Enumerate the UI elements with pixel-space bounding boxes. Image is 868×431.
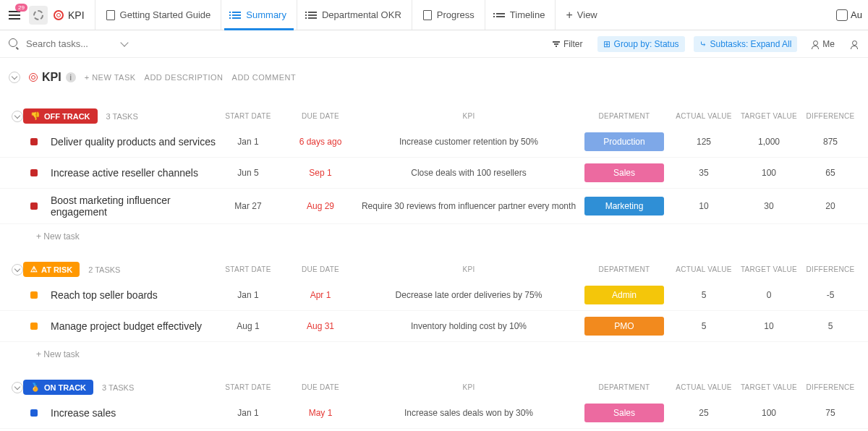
task-name[interactable]: Boost marketing influencer engagement (51, 195, 216, 218)
task-name[interactable]: Deliver quality products and services (51, 136, 216, 148)
task-name[interactable]: Manage project budget effectively (51, 320, 216, 332)
group-collapse-button[interactable] (12, 264, 23, 276)
search-input[interactable] (20, 35, 122, 52)
cell-due-date[interactable]: Aug 29 (281, 201, 360, 211)
cell-due-date[interactable]: Sep 1 (281, 168, 360, 178)
group-collapse-button[interactable] (12, 111, 23, 122)
status-badge[interactable]: 👎 OFF TRACK (23, 108, 98, 124)
new-task-row[interactable]: + New task (0, 342, 868, 364)
column-headers: START DATE DUE DATE KPI DEPARTMENT ACTUA… (216, 383, 859, 391)
tab-summary[interactable]: Summary (221, 0, 297, 30)
cell-kpi[interactable]: Increase sales deals won by 30% (360, 408, 577, 418)
cell-actual[interactable]: 25 (671, 408, 736, 418)
task-cells: Jun 5 Sep 1 Close deals with 100 reselle… (216, 163, 859, 182)
info-icon[interactable]: i (66, 72, 76, 82)
cell-target[interactable]: 0 (736, 290, 801, 300)
subtasks-button[interactable]: ⤷ Subtasks: Expand All (694, 36, 798, 52)
task-row[interactable]: Increase sales Jan 1 May 1 Increase sale… (0, 398, 868, 429)
cell-department[interactable]: Production (577, 132, 671, 151)
department-chip[interactable]: Marketing (584, 197, 664, 216)
status-badge[interactable]: ⚠ AT RISK (23, 262, 80, 277)
cell-actual[interactable]: 5 (671, 290, 736, 300)
new-task-button[interactable]: + NEW TASK (85, 73, 136, 82)
task-row[interactable]: Reach top seller boards Jan 1 Apr 1 Decr… (0, 280, 868, 311)
filter-button[interactable]: Filter (547, 36, 589, 52)
task-row[interactable]: Increase active reseller channels Jun 5 … (0, 158, 868, 189)
me-filter[interactable]: Me (806, 36, 841, 52)
cell-target[interactable]: 30 (736, 201, 801, 211)
cell-department[interactable]: Sales (577, 163, 671, 182)
space-title[interactable]: KPI (54, 9, 85, 21)
add-description-button[interactable]: ADD DESCRIPTION (145, 73, 224, 82)
cell-start-date[interactable]: Jan 1 (216, 137, 281, 147)
task-count: 3 TASKS (106, 112, 138, 121)
cell-department[interactable]: Admin (577, 286, 671, 304)
task-row[interactable]: Manage project budget effectively Aug 1 … (0, 311, 868, 342)
cell-target[interactable]: 10 (736, 321, 801, 331)
status-square[interactable] (30, 202, 38, 210)
cell-target[interactable]: 1,000 (736, 137, 801, 147)
tab-departmental-okr[interactable]: Departmental OKR (297, 0, 412, 30)
group-collapse-button[interactable] (12, 382, 23, 393)
cell-diff[interactable]: 20 (801, 201, 859, 211)
cell-start-date[interactable]: Jan 1 (216, 290, 281, 300)
search-dropdown[interactable] (120, 38, 128, 46)
status-square[interactable] (30, 323, 38, 330)
status-badge[interactable]: 🏅 ON TRACK (23, 380, 93, 395)
cell-due-date[interactable]: Aug 31 (281, 321, 360, 331)
cell-actual[interactable]: 5 (671, 321, 736, 331)
cell-kpi[interactable]: Require 30 reviews from influencer partn… (360, 201, 577, 211)
cell-kpi[interactable]: Close deals with 100 resellers (360, 168, 577, 178)
cell-start-date[interactable]: Jan 1 (216, 408, 281, 418)
cell-start-date[interactable]: Aug 1 (216, 321, 281, 331)
cell-actual[interactable]: 125 (671, 137, 736, 147)
cell-diff[interactable]: 65 (801, 168, 859, 178)
cell-department[interactable]: PMO (577, 317, 671, 336)
task-row[interactable]: Deliver quality products and services Ja… (0, 127, 868, 158)
add-view-button[interactable]: + View (555, 0, 607, 30)
task-name[interactable]: Increase active reseller channels (51, 167, 216, 179)
department-chip[interactable]: PMO (584, 317, 664, 336)
assignee-filter[interactable] (849, 38, 859, 51)
cell-due-date[interactable]: Apr 1 (281, 290, 360, 300)
menu-button[interactable]: 29 (6, 7, 23, 24)
department-chip[interactable]: Admin (584, 286, 664, 304)
add-comment-button[interactable]: ADD COMMENT (232, 73, 297, 82)
cell-department[interactable]: Sales (577, 404, 671, 422)
cell-due-date[interactable]: May 1 (281, 408, 360, 418)
cell-start-date[interactable]: Jun 5 (216, 168, 281, 178)
cell-target[interactable]: 100 (736, 408, 801, 418)
cell-diff[interactable]: 75 (801, 408, 859, 418)
tab-getting-started[interactable]: Getting Started Guide (95, 0, 221, 30)
groupby-label: Group by: Status (614, 39, 679, 49)
automation-button[interactable]: Au (836, 9, 862, 21)
tab-progress[interactable]: Progress (412, 0, 485, 30)
department-chip[interactable]: Sales (584, 404, 664, 422)
groupby-button[interactable]: ⊞ Group by: Status (597, 36, 685, 52)
status-square[interactable] (30, 291, 38, 299)
task-row[interactable]: Boost marketing influencer engagement Ma… (0, 189, 868, 224)
cell-diff[interactable]: 5 (801, 321, 859, 331)
cell-due-date[interactable]: 6 days ago (281, 137, 360, 147)
status-square[interactable] (30, 138, 38, 145)
cell-department[interactable]: Marketing (577, 197, 671, 216)
task-name[interactable]: Reach top seller boards (51, 289, 216, 301)
cell-diff[interactable]: 875 (801, 137, 859, 147)
cell-start-date[interactable]: Mar 27 (216, 201, 281, 211)
status-square[interactable] (30, 169, 38, 176)
collapse-all-button[interactable] (9, 72, 20, 83)
department-chip[interactable]: Production (584, 132, 664, 151)
cell-kpi[interactable]: Inventory holding cost by 10% (360, 321, 577, 331)
cell-kpi[interactable]: Increase customer retention by 50% (360, 137, 577, 147)
task-name[interactable]: Increase sales (51, 407, 216, 419)
tab-label: Progress (437, 9, 475, 20)
department-chip[interactable]: Sales (584, 163, 664, 182)
cell-kpi[interactable]: Decrease late order deliveries by 75% (360, 290, 577, 300)
cell-target[interactable]: 100 (736, 168, 801, 178)
status-square[interactable] (30, 409, 38, 417)
tab-timeline[interactable]: Timeline (485, 0, 556, 30)
new-task-row[interactable]: + New task (0, 224, 868, 246)
cell-diff[interactable]: -5 (801, 290, 859, 300)
cell-actual[interactable]: 10 (671, 201, 736, 211)
cell-actual[interactable]: 35 (671, 168, 736, 178)
